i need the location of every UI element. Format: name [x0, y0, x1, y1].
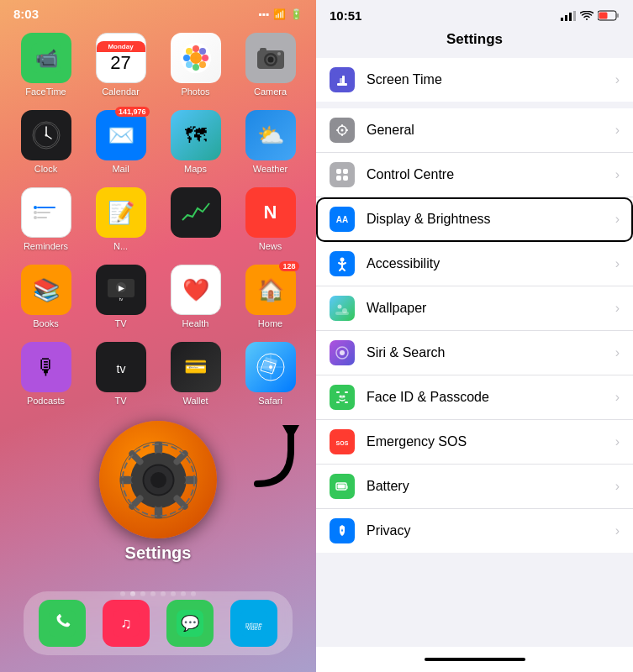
weather-icon: ⛅	[245, 110, 296, 160]
svg-text:♫: ♫	[120, 615, 132, 632]
app-label: Photos	[181, 87, 209, 97]
list-item[interactable]: 🗺 Maps	[165, 110, 226, 174]
dock-primevideo-icon[interactable]: prime video	[230, 600, 277, 647]
svg-rect-16	[260, 48, 266, 52]
signal-icon: ▪▪▪	[258, 8, 269, 20]
svg-text:tv: tv	[119, 297, 123, 302]
battery-chevron: ›	[615, 479, 620, 494]
svg-rect-95	[335, 312, 349, 315]
svg-point-49	[150, 472, 166, 488]
maps-icon: 🗺	[171, 110, 221, 160]
list-item[interactable]: tv TV	[90, 342, 151, 406]
settings-row-battery[interactable]: Battery ›	[316, 465, 633, 509]
list-item[interactable]: 📝 N...	[90, 187, 151, 251]
app-label: Mail	[112, 164, 129, 174]
svg-point-15	[267, 57, 273, 63]
svg-point-93	[338, 305, 342, 309]
svg-rect-79	[336, 169, 341, 174]
dock-music-icon[interactable]: ♫	[103, 600, 150, 647]
health-icon: ❤️	[171, 265, 221, 315]
svg-rect-61	[565, 15, 567, 21]
settings-row-emergencysos[interactable]: SOS Emergency SOS ›	[316, 420, 633, 465]
app-label: Podcasts	[27, 396, 65, 406]
list-item[interactable]: ❤️ Health	[165, 265, 226, 328]
app-label: Maps	[184, 164, 207, 174]
settings-row-wallpaper[interactable]: Wallpaper ›	[316, 286, 633, 331]
svg-rect-82	[343, 176, 348, 181]
settings-row-privacy[interactable]: Privacy ›	[316, 509, 633, 553]
settings-row-general[interactable]: General ›	[316, 108, 633, 153]
photos-icon	[171, 33, 221, 83]
list-item[interactable]: Monday 27 Calendar	[90, 33, 151, 97]
svg-rect-70	[342, 76, 345, 84]
dock-whatsapp-icon[interactable]: 💬	[166, 600, 214, 647]
svg-point-86	[340, 258, 345, 262]
settings-row-siri[interactable]: Siri & Search ›	[316, 331, 633, 375]
settings-row-controlcentre[interactable]: Control Centre ›	[316, 153, 633, 197]
controlcentre-chevron: ›	[615, 167, 620, 182]
list-item[interactable]	[165, 187, 226, 251]
accessibility-icon	[330, 251, 355, 276]
privacy-label: Privacy	[367, 523, 615, 538]
faceid-icon	[330, 385, 355, 410]
list-item[interactable]: 📹 FaceTime	[15, 33, 76, 97]
settings-list: Screen Time ›	[316, 58, 633, 647]
wifi-icon: 📶	[273, 8, 286, 20]
list-item[interactable]: tv TV	[90, 265, 151, 328]
accessibility-chevron: ›	[615, 256, 620, 271]
list-item[interactable]: 🎙 Podcasts	[15, 342, 76, 406]
app-label: Reminders	[24, 241, 68, 251]
svg-point-9	[199, 48, 206, 55]
svg-point-39	[269, 365, 272, 369]
list-item[interactable]: ⛅ Weather	[240, 110, 301, 174]
app-label: FaceTime	[25, 87, 66, 97]
wallpaper-label: Wallpaper	[367, 301, 615, 316]
wifi-icon-right	[580, 11, 593, 21]
settings-overlay: Settings	[99, 421, 217, 563]
svg-text:AA: AA	[336, 215, 348, 224]
list-item[interactable]: 📚 Books	[15, 265, 76, 328]
safari-icon	[245, 342, 296, 392]
list-item[interactable]: N News	[240, 187, 301, 251]
app-label: Home	[258, 318, 282, 328]
list-item[interactable]: Clock	[15, 110, 76, 174]
general-chevron: ›	[615, 123, 620, 138]
privacy-icon	[330, 518, 355, 543]
clock-icon	[21, 110, 71, 160]
svg-rect-102	[336, 402, 340, 403]
app-label: TV	[114, 318, 126, 328]
app-label: N...	[113, 241, 128, 251]
list-item[interactable]: ✉️ 141,976 Mail	[90, 110, 151, 174]
svg-rect-111	[346, 486, 348, 489]
siri-label: Siri & Search	[367, 345, 615, 360]
wallpaper-chevron: ›	[615, 301, 620, 316]
list-item[interactable]: 🏠 128 Home	[240, 265, 301, 328]
app-label: Wallet	[182, 396, 208, 406]
bottom-bar	[316, 647, 633, 672]
svg-point-28	[34, 211, 37, 214]
siri-chevron: ›	[615, 345, 620, 360]
settings-row-display[interactable]: AA Display & Brightness ›	[316, 197, 633, 242]
emergencysos-chevron: ›	[615, 434, 620, 449]
dock-phone-icon[interactable]	[39, 600, 86, 647]
svg-text:💬: 💬	[181, 614, 200, 633]
svg-text:video: video	[247, 625, 261, 631]
faceid-label: Face ID & Passcode	[367, 390, 615, 405]
app-label: Safari	[258, 396, 282, 406]
list-item[interactable]: Reminders	[15, 187, 76, 251]
list-item[interactable]: Safari	[240, 342, 301, 406]
list-item[interactable]: Photos	[165, 33, 226, 97]
section-separator	[316, 102, 633, 108]
settings-row-accessibility[interactable]: Accessibility ›	[316, 242, 633, 286]
list-item[interactable]: 💳 Wallet	[165, 342, 226, 406]
app-label: Camera	[254, 87, 287, 97]
battery-label: Battery	[367, 479, 615, 494]
screentime-chevron: ›	[615, 72, 620, 87]
svg-point-4	[193, 45, 199, 52]
siri-icon	[330, 340, 355, 365]
list-item[interactable]: Camera	[240, 33, 301, 97]
svg-point-7	[202, 55, 208, 61]
settings-row-faceid[interactable]: Face ID & Passcode ›	[316, 375, 633, 420]
app-label: Weather	[253, 164, 287, 174]
settings-row-screentime[interactable]: Screen Time ›	[316, 58, 633, 102]
